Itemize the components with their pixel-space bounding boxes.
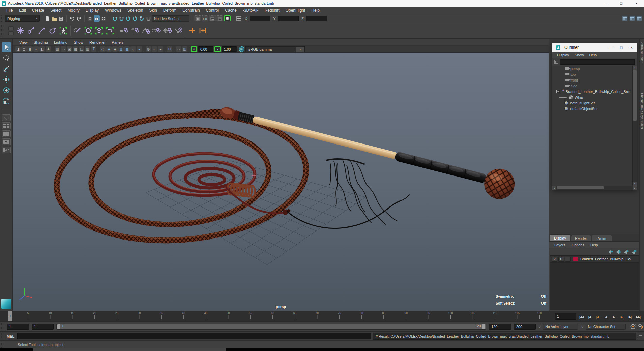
menu-cache[interactable]: Cache [222,8,240,13]
joint-tool-icon[interactable] [15,25,25,36]
ipr-render-icon[interactable]: IPR [202,15,208,21]
shaded-icon[interactable]: ◆ [106,46,112,52]
render-view-icon[interactable] [224,15,231,21]
menu-control[interactable]: Control [203,8,222,13]
playback-start-field[interactable]: 1 [32,324,54,330]
panel-menu-lighting[interactable]: Lighting [51,40,70,44]
shelf-menu-icon[interactable] [8,26,14,30]
paint-select-tool[interactable] [2,64,11,73]
scale-tool[interactable] [2,96,11,106]
current-time-field[interactable]: 1 [555,313,576,320]
edit-character-icon[interactable] [72,25,83,36]
new-layer-from-selected-icon[interactable] [631,250,637,254]
field-chart-icon[interactable]: ▤ [79,46,84,52]
tab-anim[interactable]: Anim [592,235,612,241]
snap-to-view-plane-icon[interactable] [139,15,145,22]
safe-action-icon[interactable]: ▥ [85,46,90,52]
pan-zoom-icon[interactable]: ✚ [46,46,51,52]
checker-icon[interactable]: ▩ [124,46,130,52]
modeling-toolkit-icon[interactable] [622,16,628,21]
chevron-down-icon[interactable]: ▼ [296,46,305,52]
y-input[interactable] [278,16,299,21]
minimize-icon[interactable]: — [606,45,616,50]
layout-pane-persp-button[interactable] [2,138,11,145]
exposure-icon[interactable]: ✣ [191,46,197,52]
step-back-frame-button[interactable]: |◀ [586,313,593,321]
scroll-right-icon[interactable]: ▶ [633,186,637,190]
scroll-left-icon[interactable]: ◀ [552,186,556,190]
human-ik-icon[interactable] [58,25,68,36]
make-live-icon[interactable] [145,15,151,22]
z-input[interactable] [306,16,327,21]
status-line-grip[interactable] [1,15,4,22]
outliner-title-bar[interactable]: Outliner — □ × [552,43,637,52]
render-settings-icon[interactable] [209,15,216,21]
tab-attribute-editor[interactable]: Attribute Editor [640,42,644,63]
anti-alias-icon[interactable]: ◍ [146,46,151,52]
tab-channel-box-layer-editor[interactable]: Channel Box / Layer Editor [640,93,644,129]
menu-set-dropdown[interactable]: Rigging ▼ [5,15,40,22]
menu-constrain[interactable]: Constrain [179,8,203,13]
chevron-down-icon[interactable]: ▽ [538,325,541,328]
shelf-grip[interactable] [1,25,4,37]
layout-pane-graph-button[interactable] [2,147,11,153]
orient-constraint-icon[interactable] [141,25,151,36]
scrollbar-thumb[interactable] [557,186,604,189]
bookmark-icon[interactable]: ▾ [33,46,39,52]
script-editor-icon[interactable] [638,334,642,338]
image-plane-icon[interactable]: ◧ [39,46,45,52]
layer-color-swatch[interactable] [573,257,578,261]
play-forward-button[interactable]: ▶ [610,313,618,321]
character-set-dropdown[interactable]: No Character Set [586,324,626,330]
outliner-vertical-scrollbar[interactable]: ▲ ▼ [632,66,637,186]
close-icon[interactable]: × [626,45,637,50]
viewport-3d[interactable]: persp Symmetry: Off Soft Select: Off [13,53,549,311]
view-transform-toggle[interactable]: ON [239,46,244,52]
menu-file[interactable]: File [3,8,16,13]
close-icon[interactable]: × [629,0,644,7]
scroll-up-icon[interactable]: ▲ [633,66,637,70]
step-forward-key-button[interactable]: ▶| [618,313,626,321]
menu-redshift[interactable]: Redshift [262,8,283,13]
layout-single-pane-button[interactable] [2,114,11,121]
wireframe-icon[interactable]: ◇ [100,46,106,52]
layer-row[interactable]: V P Braided_Leather_Bullwhip_Coi [550,256,639,263]
new-empty-layer-icon[interactable] [623,250,629,254]
move-layer-down-icon[interactable] [616,250,621,254]
select-camera-icon[interactable]: ◨ [15,46,21,52]
panel-menu-shading[interactable]: Shading [31,40,51,44]
animation-preferences-icon[interactable] [638,324,644,330]
film-gate-icon[interactable]: ▭ [61,46,66,52]
exposure-field[interactable]: 0.00 [198,46,213,52]
outliner-horizontal-scrollbar[interactable]: ◀ ▶ [552,186,637,190]
outliner-search-input[interactable] [560,59,635,65]
lattice-icon[interactable] [94,25,104,36]
minimize-icon[interactable]: — [598,0,614,7]
range-end-handle[interactable] [482,324,485,329]
range-start-handle[interactable] [57,324,60,329]
command-input[interactable] [17,333,371,339]
spline-curve-icon[interactable] [48,25,58,36]
outliner-item-whip[interactable]: Whip [552,94,637,100]
attribute-editor-toggle-icon[interactable] [629,16,635,21]
outliner-item-front[interactable]: front [552,77,637,83]
resolution-gate-icon[interactable]: ▣ [67,46,72,52]
shelf-options-icon[interactable] [8,31,14,35]
outliner-item-side[interactable]: side [552,83,637,89]
maximize-icon[interactable]: □ [614,0,629,7]
select-hierarchy-mask-icon[interactable] [87,15,93,22]
outliner-item-top[interactable]: top [552,71,637,77]
textured-icon[interactable]: ▦ [118,46,124,52]
snap-to-curve-icon[interactable] [118,15,124,22]
grid-icon[interactable]: ▦ [55,46,60,52]
layer-menu-help[interactable]: Help [587,243,601,247]
pole-vector-constraint-icon[interactable] [173,25,183,36]
shadows-icon[interactable]: ● [137,46,142,52]
menu-openflight[interactable]: OpenFlight [283,8,309,13]
step-forward-frame-button[interactable]: ▶| [626,313,634,321]
panel-menu-view[interactable]: View [16,40,31,44]
command-line-mode[interactable]: MEL [7,334,14,338]
outliner-item-defaultobjectset[interactable]: defaultObjectSet [552,106,637,111]
layout-four-pane-button[interactable] [2,122,11,129]
chevron-down-icon[interactable]: ▽ [581,325,584,328]
